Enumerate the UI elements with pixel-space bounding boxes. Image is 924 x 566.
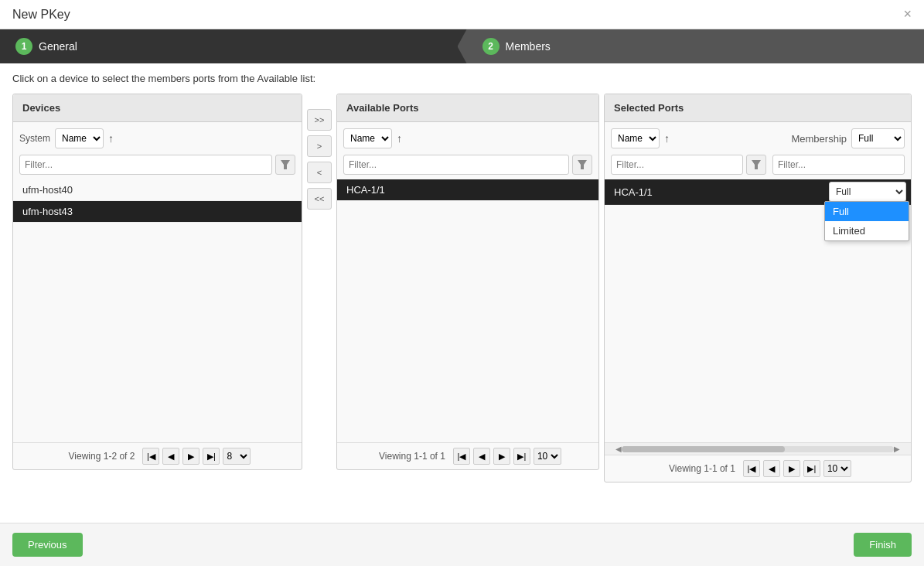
move-all-left-btn[interactable]: << <box>307 188 332 210</box>
content-area: Click on a device to select the members … <box>0 63 924 492</box>
step-2: 2 Members <box>458 29 925 63</box>
membership-label: Membership <box>791 133 847 145</box>
selected-filter-input[interactable] <box>611 155 743 175</box>
scrollbar-thumb <box>622 446 785 452</box>
selected-list: HCA-1/1 Full Limited Full Limited <box>605 179 911 442</box>
panels-container: Devices System Name ↑ ufm-host40 <box>12 94 912 482</box>
filter-icon <box>578 160 587 169</box>
previous-button[interactable]: Previous <box>12 533 83 557</box>
selected-panel-title: Selected Ports <box>614 102 684 114</box>
available-panel-title: Available Ports <box>346 102 418 114</box>
selected-page-size-select[interactable]: 10 20 50 <box>823 460 851 477</box>
step-1-label: General <box>39 40 77 53</box>
selected-next-page-btn[interactable]: ▶ <box>783 460 800 477</box>
dropdown-option-limited[interactable]: Limited <box>825 221 909 240</box>
available-next-page-btn[interactable]: ▶ <box>493 448 510 465</box>
footer: Previous Finish <box>0 523 924 566</box>
selected-last-page-btn[interactable]: ▶| <box>803 460 820 477</box>
list-item[interactable]: HCA-1/1 <box>337 179 598 201</box>
devices-filter-btn[interactable] <box>275 155 295 175</box>
devices-first-page-btn[interactable]: |◀ <box>142 448 159 465</box>
list-item[interactable]: ufm-host40 <box>13 179 302 201</box>
membership-select[interactable]: Full Limited <box>851 128 905 148</box>
move-right-btn[interactable]: > <box>307 135 332 157</box>
selected-panel-controls: Name ↑ Membership Full Limited <box>605 122 911 155</box>
membership-dropdown-list: Full Limited <box>824 201 909 241</box>
available-pagination: Viewing 1-1 of 1 |◀ ◀ ▶ ▶| 10 20 50 <box>337 442 598 469</box>
available-filter-input[interactable] <box>343 155 569 175</box>
devices-prev-page-btn[interactable]: ◀ <box>162 448 179 465</box>
devices-sort-select[interactable]: Name <box>55 128 104 148</box>
svg-marker-1 <box>578 160 587 169</box>
devices-sort-arrow[interactable]: ↑ <box>108 132 114 145</box>
selected-panel-header: Selected Ports <box>605 94 911 122</box>
selected-panel: Selected Ports Name ↑ Membership Full Li… <box>604 94 912 482</box>
available-page-info: Viewing 1-1 of 1 <box>379 451 445 462</box>
dialog-title: New PKey <box>12 8 70 22</box>
membership-dropdown-cell: Full Limited Full Limited <box>824 179 911 204</box>
selected-sort-select[interactable]: Name <box>611 128 660 148</box>
selected-pagination: Viewing 1-1 of 1 |◀ ◀ ▶ ▶| 10 20 50 <box>605 455 911 482</box>
devices-page-info: Viewing 1-2 of 2 <box>69 451 135 462</box>
devices-panel-controls: System Name ↑ <box>13 122 302 155</box>
available-page-size-select[interactable]: 10 20 50 <box>534 448 561 465</box>
devices-panel-title: Devices <box>22 102 60 114</box>
selected-list-item[interactable]: HCA-1/1 Full Limited Full Limited <box>605 179 911 205</box>
devices-pagination: Viewing 1-2 of 2 |◀ ◀ ▶ ▶| 8 10 20 50 <box>13 442 302 469</box>
available-sort-arrow[interactable]: ↑ <box>397 132 402 145</box>
svg-marker-2 <box>752 160 761 169</box>
available-filter-btn[interactable] <box>572 155 592 175</box>
devices-filter-row <box>13 155 302 179</box>
devices-last-page-btn[interactable]: ▶| <box>203 448 220 465</box>
selected-item-name: HCA-1/1 <box>605 182 824 203</box>
selected-prev-page-btn[interactable]: ◀ <box>763 460 780 477</box>
svg-marker-0 <box>281 160 290 169</box>
selected-sort-arrow[interactable]: ↑ <box>664 132 670 145</box>
dropdown-option-full[interactable]: Full <box>825 202 909 221</box>
membership-item-select[interactable]: Full Limited <box>829 182 906 202</box>
step-2-label: Members <box>506 40 551 53</box>
available-list: HCA-1/1 <box>337 179 598 442</box>
available-panel-header: Available Ports <box>337 94 598 122</box>
selected-scrollbar[interactable]: ◀ ▶ <box>605 442 911 455</box>
devices-panel-header: Devices <box>13 94 302 122</box>
available-sort-select[interactable]: Name <box>343 128 392 148</box>
transfer-column-1: >> > < << <box>302 109 336 210</box>
filter-icon <box>281 160 290 169</box>
list-item[interactable]: ufm-host43 <box>13 201 302 223</box>
selected-first-page-btn[interactable]: |◀ <box>743 460 760 477</box>
scrollbar-track <box>622 446 894 452</box>
available-first-page-btn[interactable]: |◀ <box>453 448 470 465</box>
step-1: 1 General <box>0 29 458 63</box>
selected-filter-btn[interactable] <box>746 155 766 175</box>
filter-icon <box>752 160 761 169</box>
available-prev-page-btn[interactable]: ◀ <box>473 448 490 465</box>
step-1-number: 1 <box>15 38 32 55</box>
selected-filter-row <box>605 155 911 179</box>
devices-page-size-select[interactable]: 8 10 20 50 <box>223 448 251 465</box>
available-panel: Available Ports Name ↑ HCA-1/1 <box>336 94 599 470</box>
system-sort-label: System <box>19 133 50 144</box>
steps-bar: 1 General 2 Members <box>0 29 924 63</box>
selected-membership-filter-input[interactable] <box>772 155 905 175</box>
dialog: New PKey × 1 General 2 Members Click on … <box>0 0 924 566</box>
devices-filter-input[interactable] <box>19 155 272 175</box>
instruction-text: Click on a device to select the members … <box>12 73 912 84</box>
finish-button[interactable]: Finish <box>854 533 912 557</box>
available-last-page-btn[interactable]: ▶| <box>513 448 530 465</box>
dialog-header: New PKey × <box>0 0 924 29</box>
close-button[interactable]: × <box>903 6 912 22</box>
devices-next-page-btn[interactable]: ▶ <box>182 448 199 465</box>
devices-panel: Devices System Name ↑ ufm-host40 <box>12 94 302 470</box>
move-all-right-btn[interactable]: >> <box>307 109 332 131</box>
available-filter-row <box>337 155 598 179</box>
selected-page-info: Viewing 1-1 of 1 <box>669 463 735 474</box>
available-panel-controls: Name ↑ <box>337 122 598 155</box>
move-left-btn[interactable]: < <box>307 162 332 183</box>
devices-list: ufm-host40 ufm-host43 <box>13 179 302 442</box>
step-2-number: 2 <box>482 38 500 55</box>
